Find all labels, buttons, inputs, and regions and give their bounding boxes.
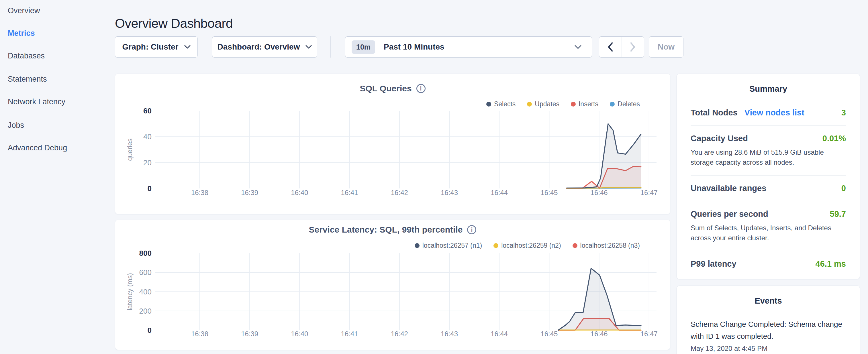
- summary-panel: Summary Total Nodes View nodes list 3 Ca…: [677, 74, 860, 279]
- chevron-down-icon: [184, 45, 191, 49]
- events-panel: Events Schema Change Completed: Schema c…: [677, 286, 860, 354]
- y-axis-label: 0: [148, 326, 152, 334]
- events-title: Events: [691, 286, 846, 305]
- sidebar-item-statements[interactable]: Statements: [8, 73, 47, 85]
- sidebar-item-overview[interactable]: Overview: [8, 5, 40, 16]
- event-timestamp: May 13, 2020 at 4:45 PM: [691, 345, 846, 353]
- x-axis-label: 16:44: [491, 189, 508, 196]
- dashboard-dropdown[interactable]: Dashboard: Overview: [212, 36, 317, 58]
- summary-caption: Sum of Selects, Updates, Inserts, and De…: [691, 223, 846, 243]
- event-item[interactable]: Schema Change Completed: Schema change w…: [691, 318, 846, 353]
- x-axis-label: 16:46: [591, 189, 608, 196]
- summary-label: Capacity Used: [691, 134, 748, 143]
- y-axis-label: 0: [148, 184, 152, 193]
- x-axis-label: 16:38: [191, 189, 208, 196]
- service-latency-plot: 16:3816:3916:4016:4116:4216:4316:4416:45…: [115, 220, 671, 350]
- x-axis-label: 16:40: [291, 189, 308, 196]
- y-axis-label: 600: [139, 268, 152, 277]
- x-axis-label: 16:46: [591, 330, 608, 338]
- divider: [331, 36, 331, 58]
- y-axis-title: latency (ms): [126, 273, 133, 311]
- previous-time-button[interactable]: [599, 37, 622, 57]
- x-axis-label: 16:41: [341, 330, 358, 338]
- summary-label: Queries per second: [691, 210, 768, 219]
- now-button[interactable]: Now: [649, 36, 683, 58]
- x-axis-label: 16:43: [441, 189, 458, 196]
- dashboard-dropdown-label: Dashboard: Overview: [217, 42, 300, 52]
- x-axis-label: 16:42: [391, 330, 408, 338]
- x-axis-label: 16:39: [241, 330, 258, 338]
- page-title: Overview Dashboard: [115, 16, 233, 31]
- x-axis-label: 16:42: [391, 189, 408, 196]
- x-axis-label: 16:47: [641, 189, 658, 196]
- time-range-dropdown[interactable]: 10m Past 10 Minutes: [345, 36, 592, 58]
- x-axis-label: 16:43: [441, 330, 458, 338]
- y-axis-label: 800: [139, 249, 152, 257]
- summary-row-unavailable-ranges: Unavailable ranges 0: [691, 175, 846, 201]
- x-axis-label: 16:45: [540, 330, 558, 338]
- y-axis-label: 400: [139, 288, 152, 296]
- time-range-label: Past 10 Minutes: [384, 42, 444, 52]
- time-arrow-group: [599, 36, 644, 58]
- summary-row-capacity-used: Capacity Used 0.01% You are using 28.6 M…: [691, 126, 846, 175]
- service-latency-chart-panel: Service Latency: SQL, 99th percentile i …: [115, 220, 670, 350]
- sidebar-item-advanced-debug[interactable]: Advanced Debug: [8, 142, 67, 154]
- x-axis-label: 16:38: [191, 330, 208, 338]
- graph-dropdown-label: Graph: Cluster: [122, 42, 178, 52]
- summary-title: Summary: [691, 74, 846, 94]
- y-axis-label: 200: [139, 307, 152, 315]
- sql-queries-plot: 16:3816:3916:4016:4116:4216:4316:4416:45…: [115, 74, 671, 215]
- sidebar-item-metrics[interactable]: Metrics: [8, 28, 35, 39]
- event-text: Schema Change Completed: Schema change w…: [691, 318, 846, 342]
- summary-value: 59.7: [830, 210, 846, 219]
- time-range-badge: 10m: [351, 40, 375, 54]
- x-axis-label: 16:39: [241, 189, 258, 196]
- x-axis-label: 16:41: [341, 189, 358, 196]
- chevron-down-icon: [306, 45, 312, 49]
- summary-value: 0.01%: [823, 134, 846, 143]
- y-axis-label: 60: [143, 106, 152, 115]
- chevron-down-icon: [575, 45, 582, 49]
- x-axis-label: 16:47: [641, 330, 658, 338]
- view-nodes-list-link[interactable]: View nodes list: [744, 108, 804, 118]
- summary-caption: You are using 28.6 MiB of 515.9 GiB usab…: [691, 147, 846, 167]
- next-time-button[interactable]: [622, 37, 644, 57]
- y-axis-label: 20: [143, 158, 152, 167]
- x-axis-label: 16:40: [291, 330, 308, 338]
- summary-row-queries-per-second: Queries per second 59.7 Sum of Selects, …: [691, 201, 846, 251]
- chevron-right-icon: [629, 42, 636, 52]
- y-axis-title: queries: [126, 138, 133, 161]
- sidebar-item-jobs[interactable]: Jobs: [8, 120, 24, 131]
- graph-dropdown[interactable]: Graph: Cluster: [115, 36, 198, 58]
- summary-label: Total Nodes: [691, 108, 738, 118]
- x-axis-label: 16:45: [540, 189, 558, 196]
- sidebar-item-network-latency[interactable]: Network Latency: [8, 96, 65, 107]
- summary-value: 46.1 ms: [815, 259, 846, 269]
- summary-value: 3: [841, 108, 846, 118]
- summary-label: Unavailable ranges: [691, 184, 766, 193]
- x-axis-label: 16:44: [491, 330, 508, 338]
- summary-value: 0: [841, 184, 846, 193]
- sidebar-item-databases[interactable]: Databases: [8, 50, 45, 62]
- y-axis-label: 40: [143, 132, 152, 141]
- summary-label: P99 latency: [691, 259, 737, 269]
- summary-row-total-nodes: Total Nodes View nodes list 3: [691, 100, 846, 126]
- summary-row-p99-latency: P99 latency 46.1 ms: [691, 251, 846, 277]
- sql-queries-chart-panel: SQL Queries i SelectsUpdatesInsertsDelet…: [115, 74, 670, 214]
- events-list: Schema Change Completed: Schema change w…: [691, 318, 846, 353]
- chevron-left-icon: [607, 42, 614, 52]
